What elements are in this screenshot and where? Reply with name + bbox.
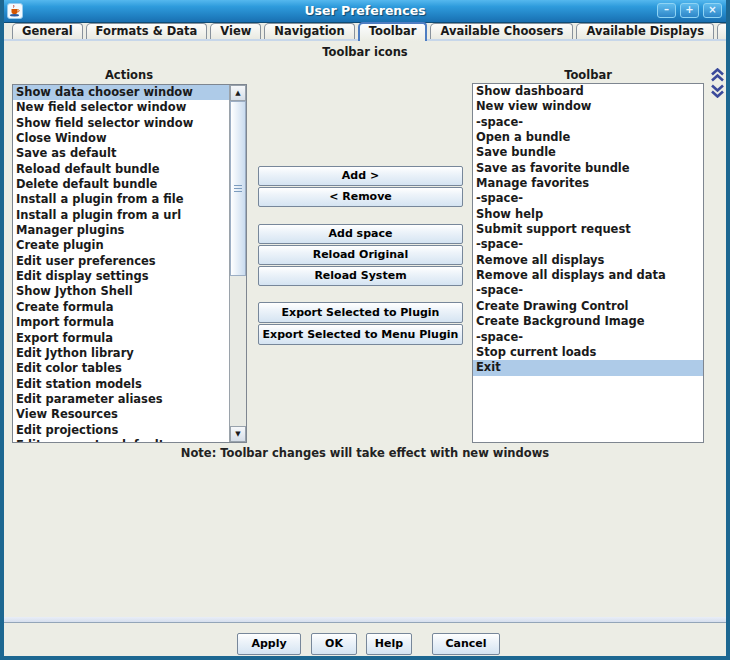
toolbar-list-items: Show dashboardNew view window-space-Open… xyxy=(473,84,703,442)
export-plugin-button[interactable]: Export Selected to Plugin xyxy=(258,302,463,323)
list-item[interactable]: Show help xyxy=(473,207,703,222)
actions-scrollbar[interactable]: ▲ ▼ xyxy=(229,85,246,442)
window-title: User Preferences xyxy=(0,3,730,18)
list-item[interactable]: New view window xyxy=(473,99,703,114)
tab-navigation[interactable]: Navigation xyxy=(264,23,354,39)
add-button[interactable]: Add > xyxy=(258,166,463,186)
list-item[interactable]: Install a plugin from a url xyxy=(13,208,230,223)
list-item[interactable]: Edit color tables xyxy=(13,361,230,376)
list-item[interactable]: Stop current loads xyxy=(473,345,703,360)
list-item[interactable]: Save as default xyxy=(13,146,230,161)
list-item[interactable]: Export formula xyxy=(13,331,230,346)
move-up-icon[interactable] xyxy=(708,68,726,83)
list-item[interactable]: Save as favorite bundle xyxy=(473,161,703,176)
list-item[interactable]: Close Window xyxy=(13,131,230,146)
list-item[interactable]: Open a bundle xyxy=(473,130,703,145)
list-item[interactable]: Show data chooser window xyxy=(13,85,230,100)
close-button[interactable]: × xyxy=(703,3,722,18)
tab-toolbar[interactable]: Toolbar xyxy=(358,22,428,41)
tab-general[interactable]: General xyxy=(12,23,83,39)
scroll-down-icon[interactable]: ▼ xyxy=(230,426,246,442)
list-item[interactable]: Edit parameter aliases xyxy=(13,392,230,407)
export-menu-plugin-button[interactable]: Export Selected to Menu Plugin xyxy=(258,324,463,345)
scroll-up-icon[interactable]: ▲ xyxy=(230,85,246,101)
list-item[interactable]: Show field selector window xyxy=(13,116,230,131)
tab-available-choosers[interactable]: Available Choosers xyxy=(430,23,573,39)
actions-list-items: Show data chooser windowNew field select… xyxy=(13,85,230,442)
list-item[interactable]: Remove all displays xyxy=(473,253,703,268)
add-space-button[interactable]: Add space xyxy=(258,224,463,244)
ok-button[interactable]: OK xyxy=(311,633,357,655)
title-bar[interactable]: User Preferences – + × xyxy=(0,0,730,23)
tab-formats-data[interactable]: Formats & Data xyxy=(86,23,208,39)
list-item[interactable]: Manage favorites xyxy=(473,176,703,191)
list-item[interactable]: Install a plugin from a file xyxy=(13,192,230,207)
tab-strip: GeneralFormats & DataViewNavigationToolb… xyxy=(4,22,726,41)
apply-button[interactable]: Apply xyxy=(237,633,301,655)
remove-button[interactable]: < Remove xyxy=(258,187,463,207)
list-item[interactable]: Show Jython Shell xyxy=(13,284,230,299)
list-item[interactable]: Create plugin xyxy=(13,238,230,253)
toolbar-list-label: Toolbar xyxy=(472,68,704,82)
list-item[interactable]: Create Background Image xyxy=(473,314,703,329)
scrollbar-thumb[interactable] xyxy=(230,101,246,276)
list-item[interactable]: -space- xyxy=(473,191,703,206)
list-item[interactable]: Edit projections xyxy=(13,423,230,438)
list-item[interactable]: Submit support request xyxy=(473,222,703,237)
list-item[interactable]: View Resources xyxy=(13,407,230,422)
list-item[interactable]: Import formula xyxy=(13,315,230,330)
toolbar-list: Show dashboardNew view window-space-Open… xyxy=(472,83,704,443)
list-item[interactable]: Reload default bundle xyxy=(13,162,230,177)
list-item[interactable]: -space- xyxy=(473,283,703,298)
list-item[interactable]: Edit Jython library xyxy=(13,346,230,361)
list-item[interactable]: Edit user preferences xyxy=(13,254,230,269)
list-item[interactable]: Edit display settings xyxy=(13,269,230,284)
minimize-button[interactable]: – xyxy=(657,3,676,18)
list-item[interactable]: Edit parameter defaults xyxy=(13,438,230,442)
list-item[interactable]: Show dashboard xyxy=(473,84,703,99)
list-item[interactable]: Create Drawing Control xyxy=(473,299,703,314)
actions-list-label: Actions xyxy=(12,68,246,82)
list-item[interactable]: -space- xyxy=(473,115,703,130)
list-item[interactable]: -space- xyxy=(473,330,703,345)
footer-divider xyxy=(4,617,726,623)
list-item[interactable]: Exit xyxy=(473,360,703,375)
maximize-button[interactable]: + xyxy=(680,3,699,18)
list-item[interactable]: Remove all displays and data xyxy=(473,268,703,283)
toolbar-note: Note: Toolbar changes will take effect w… xyxy=(4,446,726,460)
list-item[interactable]: Manager plugins xyxy=(13,223,230,238)
tab-system[interactable]: System xyxy=(717,23,730,39)
list-item[interactable]: Edit station models xyxy=(13,377,230,392)
list-item[interactable]: -space- xyxy=(473,237,703,252)
help-button[interactable]: Help xyxy=(366,633,412,655)
actions-list: Show data chooser windowNew field select… xyxy=(12,84,247,443)
list-item[interactable]: Save bundle xyxy=(473,145,703,160)
list-item[interactable]: Create formula xyxy=(13,300,230,315)
reload-system-button[interactable]: Reload System xyxy=(258,266,463,286)
reload-original-button[interactable]: Reload Original xyxy=(258,245,463,265)
page-title: Toolbar icons xyxy=(4,45,726,59)
list-item[interactable]: New field selector window xyxy=(13,100,230,115)
cancel-button[interactable]: Cancel xyxy=(432,633,500,655)
window-controls: – + × xyxy=(657,3,722,18)
tab-view[interactable]: View xyxy=(210,23,261,39)
user-preferences-dialog: User Preferences – + × GeneralFormats & … xyxy=(0,0,730,660)
tab-available-displays[interactable]: Available Displays xyxy=(576,23,714,39)
list-item[interactable]: Delete default bundle xyxy=(13,177,230,192)
move-down-icon[interactable] xyxy=(708,84,726,99)
